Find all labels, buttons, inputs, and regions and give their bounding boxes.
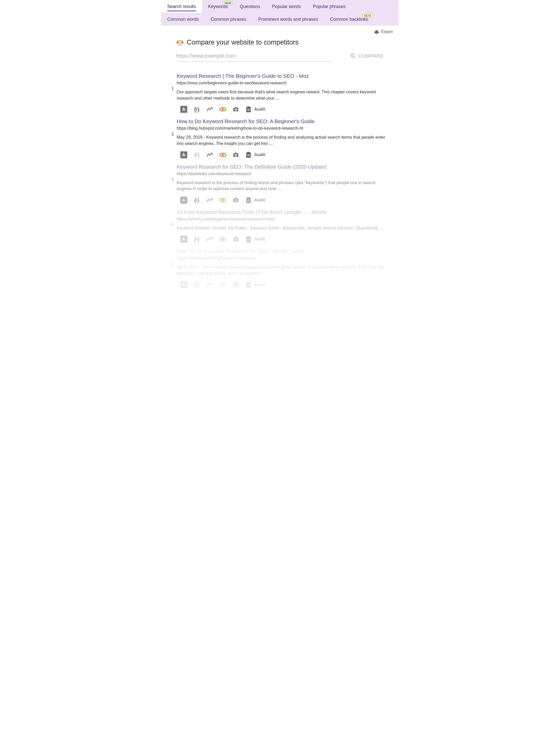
tab-questions[interactable]: Questions [234,0,266,13]
trend-icon[interactable] [206,151,213,158]
audit-button[interactable]: Audit [245,152,265,158]
search-icon [350,53,356,59]
trend-icon[interactable] [206,236,213,243]
text-analysis-icon[interactable]: A [180,197,187,204]
snapshot-icon[interactable] [232,236,239,243]
svg-point-54 [222,284,224,286]
result-description: Apr 5, 2020 - This in-depth universal ke… [177,264,391,276]
result-url: https://blog.hubspot.com/marketing/how-t… [177,126,391,131]
svg-point-56 [235,284,236,285]
svg-rect-37 [247,201,250,201]
svg-text:A: A [182,198,185,203]
result-title-link[interactable]: How To Do Keyword Research for SEO - Ahr… [177,248,391,254]
schema-icon[interactable]: {} [193,236,200,243]
tab-search-results[interactable]: Search results [161,0,202,13]
svg-text:A: A [182,152,185,157]
audit-button[interactable]: Audit [245,236,265,242]
svg-rect-26 [247,156,250,156]
trend-icon[interactable] [206,106,213,113]
tab-popular-words[interactable]: Popular words [266,0,307,13]
export-label: Export [381,30,393,34]
svg-point-43 [222,238,224,240]
result-description: Keyword Sheeter;; Answer the Public;; Ke… [177,225,391,231]
tab-prominent-words-and-phrases[interactable]: Prominent words and phrases [252,13,324,26]
schema-icon[interactable]: {} [193,151,200,158]
tab-keywords[interactable]: KeywordsNEW [202,0,234,13]
schema-icon[interactable]: {} [193,197,200,204]
search-result: 5How To Do Keyword Research for SEO - Ah… [161,244,399,289]
schema-icon[interactable]: {} [193,281,200,288]
svg-rect-24 [247,152,249,153]
audit-button[interactable]: Audit [245,106,265,113]
result-number: 3 [169,164,174,204]
snapshot-icon[interactable] [232,151,239,158]
result-title-link[interactable]: How to Do Keyword Research for SEO: A Be… [177,118,391,124]
visibility-icon[interactable] [219,236,226,243]
result-description: May 29, 2019 - Keyword research is the p… [177,134,391,147]
tab-common-words[interactable]: Common words [161,13,205,26]
svg-rect-13 [247,106,249,108]
svg-rect-25 [247,154,250,155]
svg-rect-15 [247,110,250,111]
svg-text:}: } [197,236,199,242]
visibility-icon[interactable] [219,197,226,204]
text-analysis-icon[interactable]: A [180,281,187,288]
svg-point-32 [222,199,224,201]
visibility-icon[interactable] [219,281,226,288]
search-result: 3Keyword Research for SEO: The Definitiv… [161,160,399,205]
export-button[interactable]: Export [374,29,393,35]
svg-rect-14 [247,109,250,109]
beta-badge: BETA [362,14,373,18]
svg-point-3 [351,54,354,57]
audit-button[interactable]: Audit [245,281,265,288]
result-number: 4 [169,209,174,243]
svg-rect-35 [247,197,249,198]
tab-common-backlinks[interactable]: Common backlinksBETA [324,13,374,26]
snapshot-icon[interactable] [232,106,239,113]
search-result: 2How to Do Keyword Research for SEO: A B… [161,114,399,160]
svg-point-23 [235,154,236,155]
svg-text:}: } [197,197,199,203]
search-result: 410 Free Keyword Research Tools (That Ar… [161,205,399,244]
text-analysis-icon[interactable]: A [180,236,187,243]
svg-rect-58 [247,284,250,285]
visibility-icon[interactable] [219,151,226,158]
snapshot-icon[interactable] [232,281,239,288]
tab-common-phrases[interactable]: Common phrases [205,13,252,26]
audit-label: Audit [254,198,265,203]
svg-point-21 [222,154,224,156]
tab-popular-phrases[interactable]: Popular phrases [307,0,351,13]
schema-icon[interactable]: {} [193,106,200,113]
svg-rect-47 [247,239,250,239]
trend-icon[interactable] [206,197,213,204]
svg-point-12 [235,109,236,110]
result-url: https://moz.com/beginners-guide-to-seo/k… [177,81,391,86]
result-title-link[interactable]: Keyword Research | The Beginner's Guide … [177,73,391,79]
svg-rect-48 [247,240,250,240]
search-result: 1Keyword Research | The Beginner's Guide… [161,69,399,114]
result-number: 5 [169,248,174,288]
svg-rect-46 [247,236,249,237]
svg-rect-59 [247,285,250,286]
text-analysis-icon[interactable]: A [180,151,187,158]
result-number: 1 [169,73,174,113]
compare-url-input[interactable] [176,50,331,62]
audit-label: Audit [254,152,265,157]
result-title-link[interactable]: Keyword Research for SEO: The Definitive… [177,164,391,170]
result-url: https://backlinko.com/keyword-research [177,171,391,176]
text-analysis-icon[interactable]: A [180,106,187,113]
svg-text:A: A [182,282,185,287]
audit-button[interactable]: Audit [245,197,265,203]
result-title-link[interactable]: 10 Free Keyword Research Tools (That Are… [177,209,391,215]
result-description: Our approach targets users first because… [177,89,391,101]
svg-text:A: A [182,237,185,242]
visibility-icon[interactable] [219,106,226,113]
compare-button[interactable]: COMPARE [350,53,384,59]
cloud-download-icon [374,29,379,35]
results-list: 1Keyword Research | The Beginner's Guide… [161,69,399,290]
svg-point-45 [235,239,236,240]
svg-text:}: } [197,281,199,288]
compare-label: COMPARE [358,53,384,59]
trend-icon[interactable] [206,281,213,288]
snapshot-icon[interactable] [232,197,239,204]
